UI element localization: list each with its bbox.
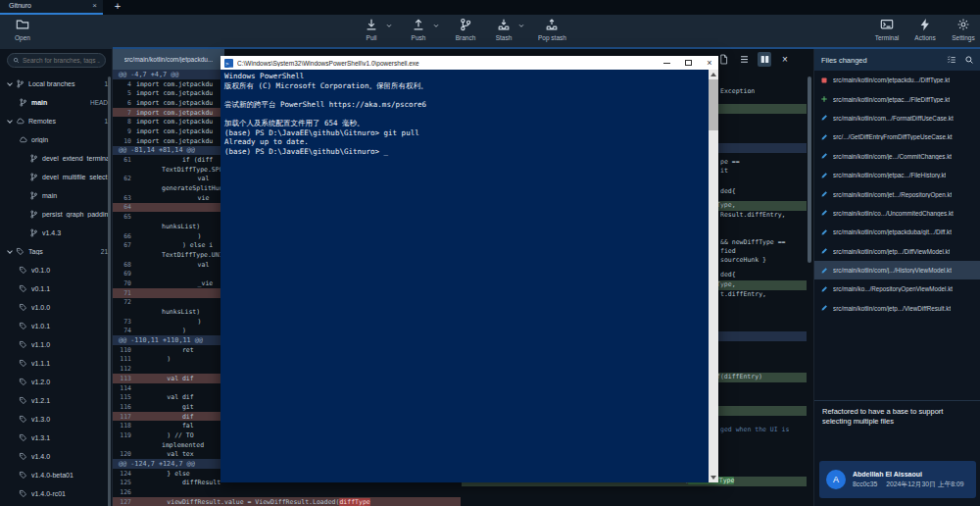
- tree-item-persist-graph-paddin[interactable]: persist_graph_paddin: [0, 205, 113, 224]
- tree-item-main[interactable]: mainHEAD: [0, 93, 113, 112]
- minimize-button[interactable]: [658, 56, 675, 70]
- tree-item-main[interactable]: main: [0, 186, 113, 205]
- tree-item-v1-4-3[interactable]: v1.4.3: [0, 224, 113, 242]
- tree-item-devel-extend-termina[interactable]: devel_extend_termina: [0, 149, 113, 168]
- tree-item-v1-3-0[interactable]: v1.3.0: [0, 410, 113, 429]
- tree-item-remotes[interactable]: Remotes1: [0, 112, 113, 130]
- tree-item-v1-0-1[interactable]: v1.0.1: [0, 317, 113, 335]
- search-files-icon[interactable]: [964, 55, 974, 65]
- tree-item-v1-4-0-beta01[interactable]: v1.4.0-beta01: [0, 466, 113, 484]
- file-row[interactable]: src/main/kotlin/com/jet.../RepositoryOpe…: [814, 184, 980, 203]
- diff-fragment: [716, 143, 807, 153]
- tree-item-v1-1-1[interactable]: v1.1.1: [0, 354, 113, 373]
- tree-item-label: v1.1.1: [31, 360, 108, 367]
- unified-view-icon[interactable]: [737, 52, 751, 67]
- tree-item-v1-2-1[interactable]: v1.2.1: [0, 391, 113, 410]
- folder-button[interactable]: Open: [10, 18, 35, 41]
- close-tab-icon[interactable]: [92, 2, 97, 10]
- diff-scrollbar[interactable]: [808, 76, 811, 263]
- tree-item-v1-3-1[interactable]: v1.3.1: [0, 429, 113, 447]
- tag-icon: [19, 452, 27, 461]
- tree-item-label: v1.0.1: [31, 323, 108, 329]
- expand-chevron-icon[interactable]: [7, 118, 13, 124]
- expand-chevron-icon[interactable]: [7, 80, 13, 86]
- tag-icon: [19, 471, 27, 480]
- file-row[interactable]: src/main/kotlin/com/j.../HistoryViewMode…: [814, 261, 980, 279]
- file-row[interactable]: src/main/kotlin/com/jetpac.../FileHistor…: [814, 166, 980, 184]
- tree-item-devel-multifile-select[interactable]: devel_multifile_select: [0, 168, 113, 186]
- split-view-icon[interactable]: [758, 52, 771, 67]
- tree-item-tags[interactable]: Tags21: [0, 242, 113, 261]
- file-row[interactable]: src/main/kotlin/com/jetpackduba/git.../D…: [814, 223, 980, 241]
- tag-icon: [16, 247, 24, 256]
- file-row[interactable]: src/main/kotlin/com/jetpac.../FileDiffTy…: [814, 89, 980, 108]
- branch-button[interactable]: Branch: [453, 18, 478, 41]
- settings-button[interactable]: Settings: [951, 18, 976, 41]
- expand-chevron-icon[interactable]: [7, 248, 13, 254]
- file-row[interactable]: src/main/kotlin/com/jetp.../ViewDiffResu…: [814, 299, 980, 318]
- avatar: A: [826, 470, 846, 489]
- stage-hunk-icon[interactable]: [716, 52, 730, 67]
- modified-status-icon: [820, 172, 828, 179]
- new-tab-button[interactable]: [110, 0, 125, 14]
- branch-icon: [29, 210, 38, 219]
- actions-button[interactable]: Actions: [912, 18, 938, 41]
- actions-label: Actions: [914, 34, 935, 41]
- terminal-line: 版权所有 (C) Microsoft Corporation。保留所有权利。: [224, 81, 709, 91]
- stash-icon: [497, 18, 511, 31]
- terminal-line: Windows PowerShell: [224, 72, 709, 81]
- terminal-titlebar[interactable]: C:\Windows\System32\WindowsPowerShell\v1…: [220, 56, 718, 70]
- tree-item-v1-1-0[interactable]: v1.1.0: [0, 335, 113, 354]
- tree-item-v1-4-0-rc01[interactable]: v1.4.0-rc01: [0, 484, 113, 503]
- file-row[interactable]: src/main/kotlin/com.../FormatDiffUseCase…: [814, 109, 980, 127]
- maximize-button[interactable]: [679, 56, 697, 70]
- repository-tab[interactable]: Gitnuro: [0, 0, 103, 15]
- scroll-up-icon[interactable]: [709, 70, 718, 79]
- pull-button[interactable]: Pull: [359, 18, 393, 41]
- diff-file-tab[interactable]: src/main/kotlin/com/jetpackdu...: [113, 49, 224, 70]
- scroll-down-icon[interactable]: [709, 473, 718, 482]
- file-path: src/main/kotlin/co.../UncommitedChanges.…: [833, 210, 954, 217]
- search-icon: [13, 57, 20, 64]
- tree-item-label: v1.2.1: [31, 397, 108, 404]
- file-row[interactable]: src/main/kotlin/com/jetp.../DiffViewMode…: [814, 242, 980, 261]
- tree-item-local-branches[interactable]: Local branches1: [0, 75, 113, 93]
- select-multiple-icon[interactable]: [947, 55, 956, 65]
- file-row[interactable]: src/.../GetDiffEntryFromDiffTypeUseCase.…: [814, 127, 980, 146]
- file-row[interactable]: src/main/kotlin/co.../UncommitedChanges.…: [814, 204, 980, 223]
- added-status-icon: [820, 95, 828, 103]
- tree-item-origin[interactable]: origin: [0, 130, 113, 149]
- diff-toolbar: [716, 49, 807, 70]
- close-button[interactable]: [701, 56, 718, 70]
- branch-search-box[interactable]: [7, 53, 106, 68]
- file-row[interactable]: src/main/kotlin/com/je.../CommitChanges.…: [814, 147, 980, 166]
- stash-button[interactable]: Stash: [491, 18, 525, 41]
- chevron-down-icon[interactable]: [385, 22, 393, 29]
- terminal-button[interactable]: Terminal: [874, 18, 900, 41]
- search-input[interactable]: [23, 57, 100, 64]
- tree-item-label: main: [42, 192, 108, 199]
- tree-item-label: v1.3.1: [31, 434, 108, 441]
- tree-item-v0-1-0[interactable]: v0.1.0: [0, 261, 113, 279]
- folder-icon: [16, 18, 29, 31]
- sidebar-scrollbar[interactable]: [108, 76, 111, 506]
- tree-item-v1-2-0[interactable]: v1.2.0: [0, 373, 113, 391]
- toolbar-right-group: TerminalActionsSettings: [874, 18, 976, 41]
- modified-status-icon: [820, 285, 828, 293]
- push-button[interactable]: Push: [406, 18, 440, 41]
- branch-label: Branch: [456, 34, 476, 41]
- terminal-scrollbar[interactable]: [709, 70, 718, 482]
- tree-item-v1-0-0[interactable]: v1.0.0: [0, 298, 113, 317]
- file-row[interactable]: src/main/ko.../RepositoryOpenViewModel.k…: [814, 279, 980, 298]
- author-card: A AbdelIlah El Aissaoui 8cc0c35 2024年12月…: [819, 461, 976, 498]
- chevron-down-icon[interactable]: [517, 22, 525, 29]
- tree-item-label: v1.3.0: [31, 416, 108, 423]
- file-row[interactable]: src/main/kotlin/com/jetpackdu.../DiffTyp…: [814, 71, 980, 89]
- close-diff-icon[interactable]: [778, 52, 792, 67]
- tree-item-v1-4-0[interactable]: v1.4.0: [0, 447, 113, 466]
- chevron-down-icon[interactable]: [432, 22, 440, 29]
- file-path: src/main/kotlin/com/jetpackdu.../DiffTyp…: [833, 76, 950, 83]
- popstash-button[interactable]: Pop stash: [538, 18, 566, 41]
- scrollbar-thumb[interactable]: [709, 79, 718, 130]
- tree-item-v0-1-1[interactable]: v0.1.1: [0, 279, 113, 298]
